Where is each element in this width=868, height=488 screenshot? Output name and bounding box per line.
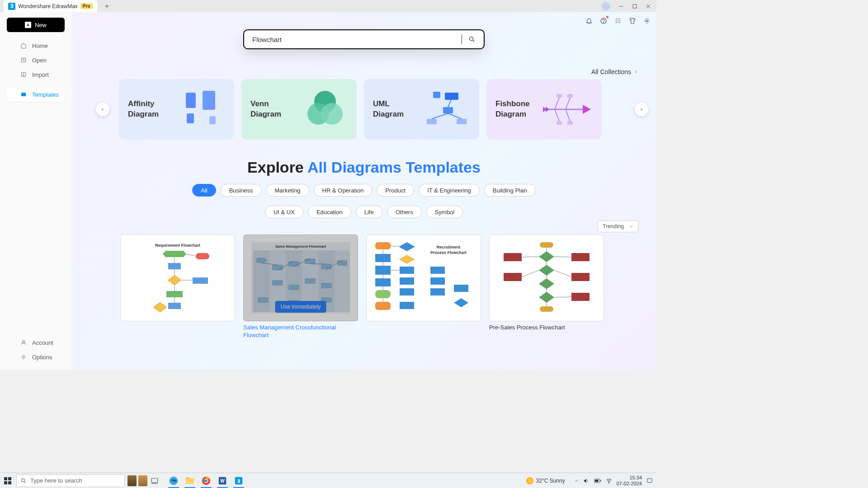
app-title: Wondershare EdrawMax <box>18 3 78 9</box>
template-card-presales[interactable]: Pre-Sales Process Flowchart <box>489 235 604 339</box>
pill-marketing[interactable]: Marketing <box>266 184 309 197</box>
svg-line-24 <box>473 40 474 42</box>
taskbar-search-placeholder: Type here to search <box>30 477 82 484</box>
shirt-icon[interactable] <box>628 17 637 25</box>
search-icon[interactable] <box>468 36 476 43</box>
svg-line-136 <box>522 270 539 277</box>
start-button[interactable] <box>0 473 15 488</box>
sidebar-item-options[interactable]: Options <box>7 350 65 364</box>
sidebar-item-account[interactable]: Account <box>7 335 65 350</box>
maximize-button[interactable] <box>628 1 641 11</box>
svg-line-116 <box>391 246 399 247</box>
taskbar-search[interactable]: Type here to search <box>16 474 125 487</box>
pill-it-engineering[interactable]: IT & Engineering <box>419 184 480 197</box>
apps-icon[interactable] <box>614 17 622 25</box>
user-avatar[interactable] <box>601 2 610 11</box>
pill-ui-ux[interactable]: UI & UX <box>265 206 303 218</box>
tray-chevron-icon[interactable] <box>574 479 579 483</box>
pill-hr-operation[interactable]: HR & Operation <box>314 184 373 197</box>
template-card-requirement[interactable]: Requirement Flowchart <box>120 235 235 339</box>
svg-line-55 <box>186 254 196 256</box>
new-tab-button[interactable]: + <box>101 2 113 11</box>
svg-rect-145 <box>151 478 158 482</box>
weather-widget[interactable]: 32°C Sunny <box>526 477 565 484</box>
sidebar-item-home[interactable]: Home <box>7 38 65 53</box>
card-label: Affinity <box>128 99 155 108</box>
sort-dropdown[interactable]: Trending <box>598 221 638 232</box>
minimize-button[interactable] <box>615 1 627 11</box>
tray-datetime[interactable]: 15:34 07-02-2024 <box>617 475 642 486</box>
tray-battery-icon[interactable] <box>594 479 601 483</box>
bell-icon[interactable] <box>585 17 593 25</box>
taskbar-highlights[interactable] <box>127 474 147 487</box>
svg-text:Process Flowchart: Process Flowchart <box>430 250 467 255</box>
taskbar-app-edge[interactable] <box>166 474 181 488</box>
svg-point-16 <box>616 20 617 21</box>
svg-rect-98 <box>375 290 391 298</box>
pill-others[interactable]: Others <box>387 206 422 218</box>
sidebar-item-import[interactable]: Import <box>7 67 65 82</box>
settings-icon[interactable] <box>643 17 651 25</box>
tray-notifications-icon[interactable] <box>646 478 653 484</box>
carousel-card-affinity[interactable]: AffinityDiagram <box>119 79 234 140</box>
svg-point-20 <box>618 22 618 23</box>
search-box[interactable] <box>243 29 485 49</box>
svg-rect-62 <box>166 291 183 297</box>
taskbar-app-chrome[interactable] <box>199 474 213 488</box>
svg-rect-139 <box>4 477 7 480</box>
pill-symbol[interactable]: Symbol <box>426 206 463 218</box>
svg-line-134 <box>522 257 539 257</box>
pill-all[interactable]: All <box>192 184 216 197</box>
svg-point-14 <box>618 19 618 19</box>
svg-rect-148 <box>186 478 194 484</box>
svg-point-19 <box>616 22 617 23</box>
taskbar-app-edrawmax[interactable]: Ǝ <box>231 474 246 488</box>
import-icon <box>20 71 27 78</box>
template-card-sales-management[interactable]: Sales Management Flowchart Use immediate… <box>243 235 358 339</box>
help-icon[interactable] <box>599 17 608 25</box>
svg-rect-76 <box>288 261 299 267</box>
sidebar-item-label: Account <box>32 339 53 346</box>
svg-rect-99 <box>375 302 391 310</box>
svg-rect-105 <box>400 302 414 309</box>
sidebar-item-open[interactable]: Open <box>7 53 65 67</box>
uml-art-icon <box>425 87 470 131</box>
new-button[interactable]: + New <box>7 18 65 32</box>
all-collections-link[interactable]: All Collections <box>591 68 638 75</box>
svg-text:Requirement Flowchart: Requirement Flowchart <box>155 243 200 248</box>
carousel-prev-button[interactable] <box>96 103 109 116</box>
pill-product[interactable]: Product <box>377 184 414 197</box>
system-tray: 32°C Sunny 15:34 07-02-2024 <box>526 475 656 486</box>
svg-line-38 <box>432 113 448 119</box>
pill-business[interactable]: Business <box>221 184 262 197</box>
all-collections-label: All Collections <box>591 68 631 75</box>
use-immediately-button[interactable]: Use immediately <box>275 301 326 313</box>
carousel-card-fishbone[interactable]: FishboneDiagram <box>486 79 602 140</box>
pill-life[interactable]: Life <box>356 206 382 218</box>
template-thumb: Recruitment Process Flowchart <box>366 235 481 321</box>
template-thumb <box>489 235 604 321</box>
svg-rect-97 <box>375 278 391 286</box>
tray-wifi-icon[interactable] <box>606 478 612 484</box>
svg-rect-32 <box>433 92 440 98</box>
carousel-card-venn[interactable]: VennDiagram <box>241 79 357 140</box>
close-button[interactable] <box>642 1 655 11</box>
sidebar-item-templates[interactable]: Templates <box>7 87 65 102</box>
svg-line-41 <box>555 98 559 109</box>
svg-point-15 <box>619 19 620 19</box>
tray-sound-icon[interactable] <box>583 478 590 484</box>
task-view-button[interactable] <box>147 474 162 488</box>
pill-building-plan[interactable]: Building Plan <box>484 184 536 197</box>
search-input[interactable] <box>252 36 455 43</box>
taskbar-app-word[interactable]: W <box>215 474 230 488</box>
carousel-next-button[interactable] <box>635 103 648 116</box>
svg-rect-140 <box>8 477 11 480</box>
svg-point-21 <box>619 22 620 23</box>
taskbar-app-explorer[interactable] <box>183 474 197 488</box>
new-label: New <box>35 22 47 28</box>
carousel-card-uml[interactable]: UMLDiagram <box>364 79 479 140</box>
app-tab[interactable]: Ǝ Wondershare EdrawMax Pro <box>4 0 97 12</box>
svg-rect-8 <box>21 93 26 96</box>
template-card-recruitment[interactable]: Recruitment Process Flowchart <box>366 235 481 339</box>
pill-education[interactable]: Education <box>308 206 351 218</box>
